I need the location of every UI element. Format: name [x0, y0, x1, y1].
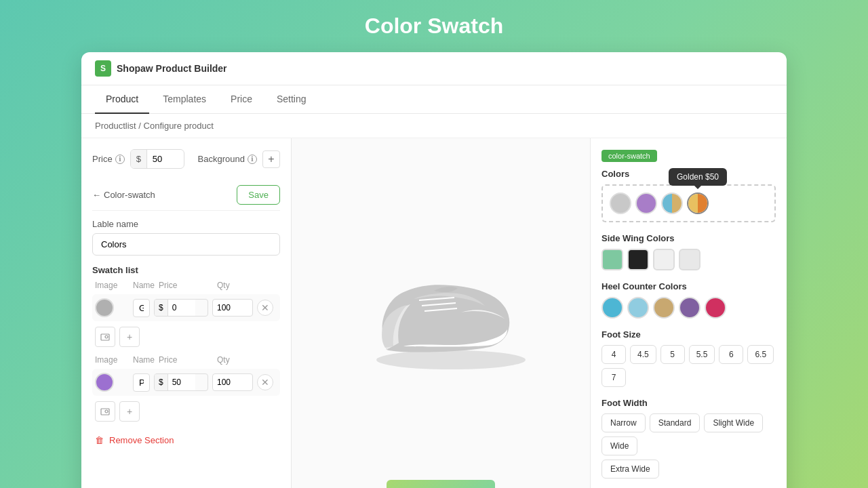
swatch-actions-grey: + [95, 327, 280, 347]
app-logo: S [95, 60, 111, 77]
swatch-price-dollar-grey: $ [155, 300, 168, 316]
foot-size-section: Foot Size 4 4.5 5 5.5 6 6.5 7 [601, 329, 776, 387]
price-input-group: $ [130, 149, 184, 169]
width-slight-wide[interactable]: Slight Wide [704, 413, 763, 432]
side-swatch-white[interactable] [653, 249, 675, 270]
background-info-icon: ℹ [248, 155, 257, 164]
app-header: S Shopaw Product Builder [81, 52, 787, 85]
heel-swatch-purple[interactable] [679, 297, 701, 319]
swatch-price-input-purple[interactable] [168, 374, 195, 390]
background-row: Background ℹ + [198, 150, 280, 168]
price-input[interactable] [147, 150, 181, 168]
main-content: Price ℹ $ Background ℹ + [81, 138, 787, 488]
right-panel: color-swatch Colors [590, 138, 787, 488]
nav-tabs: Product Templates Price Setting [81, 85, 787, 114]
color-swatch-tag: color-swatch [601, 150, 657, 162]
size-45[interactable]: 4.5 [630, 345, 656, 364]
remove-section-button[interactable]: 🗑 Remove Section [92, 432, 280, 448]
width-extra-wide[interactable]: Extra Wide [601, 460, 659, 479]
color-swatch-mix[interactable] [661, 192, 683, 214]
middle-panel: View in store [292, 138, 590, 488]
swatch-row-purple: $ ✕ [92, 369, 280, 396]
side-swatch-lightgrey[interactable] [679, 249, 701, 270]
size-55[interactable]: 5.5 [689, 345, 715, 364]
back-arrow-icon: ← [92, 190, 101, 200]
swatch-actions-purple: + [95, 401, 280, 422]
background-label: Background ℹ [198, 154, 257, 164]
foot-width-title: Foot Width [601, 398, 776, 408]
product-image-area [305, 152, 576, 473]
size-4[interactable]: 4 [601, 345, 626, 364]
width-narrow[interactable]: Narrow [601, 413, 646, 432]
swatch-row: $ ✕ [92, 294, 280, 321]
tab-templates[interactable]: Templates [152, 85, 217, 114]
size-options: 4 4.5 5 5.5 6 6.5 7 [601, 345, 776, 387]
price-dollar-symbol: $ [131, 150, 147, 168]
swatch-image-upload-grey[interactable] [95, 327, 115, 347]
swatch-qty-input-purple[interactable] [212, 373, 253, 391]
size-5[interactable]: 5 [660, 345, 685, 364]
swatch-name-input-purple[interactable] [133, 373, 150, 392]
left-panel: Price ℹ $ Background ℹ + [81, 138, 292, 488]
golden-tooltip: Golden $50 [669, 168, 727, 186]
swatch-color-grey [95, 298, 114, 317]
size-7[interactable]: 7 [601, 368, 626, 387]
swatch-table-header: Image Name Price Qty [92, 281, 280, 290]
tab-product[interactable]: Product [95, 85, 149, 114]
save-button[interactable]: Save [237, 185, 280, 205]
heel-swatch-blue[interactable] [601, 297, 623, 319]
swatch-add-grey[interactable]: + [119, 327, 140, 347]
background-add-button[interactable]: + [262, 150, 280, 168]
view-in-store-button[interactable]: View in store [387, 480, 495, 488]
price-info-icon: ℹ [115, 155, 125, 164]
svg-point-4 [376, 350, 526, 369]
price-background-row: Price ℹ $ Background ℹ + [92, 149, 280, 169]
heel-title: Heel Counter Colors [601, 281, 776, 291]
svg-point-3 [105, 410, 108, 413]
foot-width-section: Foot Width Narrow Standard Slight Wide W… [601, 398, 776, 479]
app-name: Shopaw Product Builder [117, 63, 227, 74]
size-65[interactable]: 6.5 [747, 345, 774, 364]
width-wide[interactable]: Wide [601, 436, 637, 455]
side-wing-section: Side Wing Colors [601, 233, 776, 270]
color-swatch-golden[interactable] [687, 192, 709, 214]
foot-size-title: Foot Size [601, 329, 776, 340]
swatch-qty-input-grey[interactable] [212, 299, 253, 317]
heel-swatch-lightblue[interactable] [627, 297, 649, 319]
color-swatch-purple[interactable] [635, 192, 657, 214]
heel-section: Heel Counter Colors [601, 281, 776, 319]
breadcrumb: Productlist / Configure product [81, 114, 787, 138]
swatch-remove-grey[interactable]: ✕ [257, 300, 273, 316]
swatch-table-header-2: Image Name Price Qty [92, 355, 280, 365]
color-swatch-grey[interactable] [610, 192, 631, 214]
color-swatch-golden-wrapper: Golden $50 [687, 192, 709, 214]
swatch-list-title: Swatch list [92, 265, 280, 275]
swatch-name-input-grey[interactable] [133, 299, 150, 317]
back-button[interactable]: ← Color-swatch [92, 190, 155, 200]
width-options: Narrow Standard Slight Wide Wide [601, 413, 776, 455]
tab-price[interactable]: Price [220, 85, 263, 114]
swatch-price-input-grey[interactable] [168, 300, 195, 316]
swatch-price-purple: $ [154, 373, 208, 391]
heel-swatch-tan[interactable] [653, 297, 675, 319]
swatch-color-purple [95, 373, 114, 392]
size-6[interactable]: 6 [719, 345, 743, 364]
side-wing-swatches [601, 249, 776, 270]
label-name-input[interactable] [92, 233, 280, 256]
label-name-section: Lable name [92, 219, 280, 256]
app-window: S Shopaw Product Builder Product Templat… [81, 52, 787, 488]
swatch-price-grey: $ [154, 299, 208, 317]
tab-setting[interactable]: Setting [266, 85, 317, 114]
swatch-add-purple[interactable]: + [119, 401, 140, 422]
swatch-image-upload-purple[interactable] [95, 401, 115, 422]
side-swatch-green[interactable] [601, 249, 623, 270]
product-shoe-image [346, 245, 536, 380]
swatch-remove-purple[interactable]: ✕ [257, 374, 273, 390]
heel-swatch-red[interactable] [705, 297, 726, 319]
side-wing-title: Side Wing Colors [601, 233, 776, 243]
width-standard[interactable]: Standard [650, 413, 701, 432]
swatch-price-dollar-purple: $ [155, 374, 168, 390]
page-title: Color Swatch [365, 14, 503, 39]
side-swatch-black[interactable] [627, 249, 649, 270]
swatch-list-section: Swatch list Image Name Price Qty $ [92, 265, 280, 422]
